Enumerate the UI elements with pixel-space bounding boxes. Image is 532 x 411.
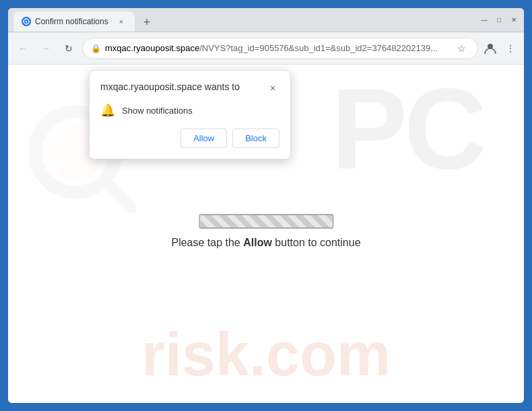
url-path: /NVYS?tag_id=905576&sub_id1=&sub_id2=376… — [199, 43, 438, 53]
popup-notification-row: 🔔 Show notifications — [100, 103, 279, 118]
allow-button[interactable]: Allow — [180, 128, 227, 148]
progress-bar-fill — [200, 215, 332, 227]
minimize-button[interactable]: — — [479, 15, 489, 25]
bookmark-icon[interactable]: ☆ — [453, 40, 469, 57]
profile-icon[interactable] — [482, 40, 498, 57]
tab-title: Confirm notifications — [35, 17, 112, 26]
new-tab-button[interactable]: + — [137, 13, 156, 32]
tab-favicon — [22, 17, 31, 26]
lock-icon: 🔒 — [91, 44, 101, 53]
popup-header: mxqac.ryaouposit.space wants to × — [100, 81, 279, 95]
address-bar: ← → ↻ 🔒 mxqac.ryaouposit.space/NVYS?tag_… — [8, 32, 524, 65]
browser-tab[interactable]: Confirm notifications × — [13, 11, 135, 32]
block-button[interactable]: Block — [232, 128, 279, 148]
reload-button[interactable]: ↻ — [59, 39, 78, 58]
tab-close-button[interactable]: × — [116, 16, 127, 27]
url-text: mxqac.ryaouposit.space/NVYS?tag_id=90557… — [105, 43, 449, 53]
menu-icon[interactable]: ⋮ — [502, 40, 519, 57]
browser-window: Confirm notifications × + — □ ✕ ← → ↻ 🔒 … — [7, 7, 525, 404]
progress-bar — [199, 214, 333, 229]
back-button[interactable]: ← — [13, 39, 32, 58]
url-domain: mxqac.ryaouposit.space — [105, 43, 199, 53]
svg-point-1 — [26, 21, 28, 23]
forward-button[interactable]: → — [36, 39, 55, 58]
bell-icon: 🔔 — [100, 103, 115, 118]
title-bar: Confirm notifications × + — □ ✕ — [8, 8, 524, 32]
url-bar[interactable]: 🔒 mxqac.ryaouposit.space/NVYS?tag_id=905… — [82, 38, 478, 59]
svg-line-4 — [106, 182, 133, 209]
maximize-button[interactable]: □ — [494, 15, 504, 25]
notification-popup: mxqac.ryaouposit.space wants to × 🔔 Show… — [89, 70, 291, 159]
pc-watermark: PC — [331, 71, 484, 186]
progress-text: Please tap the Allow button to continue — [171, 237, 360, 249]
popup-title: mxqac.ryaouposit.space wants to — [100, 81, 240, 92]
risk-watermark: risk.com — [141, 320, 391, 389]
close-button[interactable]: ✕ — [509, 15, 519, 25]
popup-buttons: Allow Block — [100, 128, 279, 148]
page-content: PC risk.com Please tap the Allow button … — [8, 65, 524, 403]
popup-close-button[interactable]: × — [266, 81, 279, 95]
progress-section: Please tap the Allow button to continue — [171, 214, 360, 249]
window-controls: — □ ✕ — [479, 15, 519, 25]
notification-label: Show notifications — [122, 106, 193, 116]
tab-area: Confirm notifications × + — [13, 8, 475, 32]
